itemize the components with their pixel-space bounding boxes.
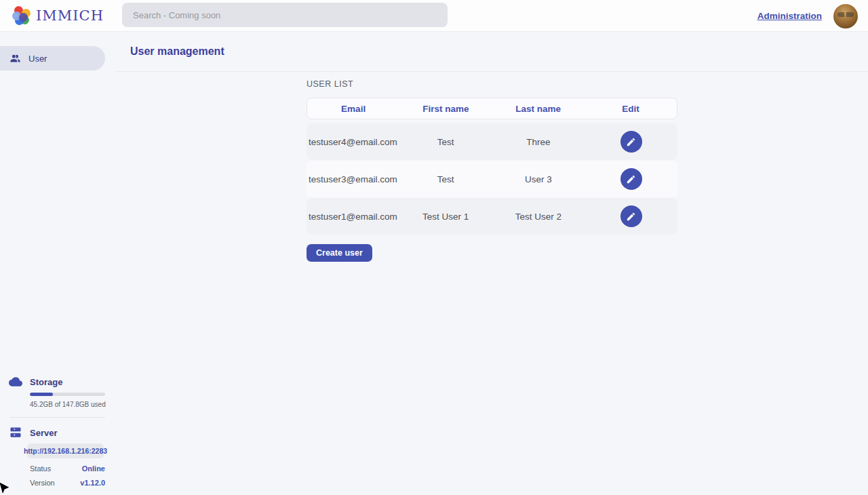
- status-label: Status: [30, 464, 51, 473]
- column-header-last-name: Last name: [492, 104, 585, 114]
- pencil-icon: [626, 212, 636, 222]
- pencil-icon: [626, 174, 636, 184]
- pencil-icon: [626, 137, 636, 147]
- cell-last-name: Three: [492, 137, 585, 147]
- sidebar-divider: [9, 417, 105, 418]
- page-title: User management: [130, 45, 224, 58]
- column-header-first-name: First name: [399, 104, 492, 114]
- version-label: Version: [30, 479, 55, 487]
- users-icon: [9, 53, 21, 64]
- sidebar-status-panel: Storage 45.2GB of 147.8GB used Server ht…: [0, 375, 116, 495]
- table-header-row: Email First name Last name Edit: [307, 98, 677, 119]
- cell-first-name: Test User 1: [399, 212, 492, 222]
- server-status-row: Status Online: [30, 464, 105, 473]
- storage-usage-text: 45.2GB of 147.8GB used: [30, 401, 116, 408]
- storage-widget-header: Storage: [0, 375, 116, 389]
- cell-first-name: Test: [399, 174, 492, 184]
- status-value: Online: [82, 464, 105, 473]
- server-version-row: Version v1.12.0: [30, 479, 105, 487]
- storage-progress-bar: [30, 393, 105, 396]
- avatar[interactable]: [833, 4, 858, 28]
- edit-user-button[interactable]: [620, 205, 642, 227]
- table-row: testuser3@email.com Test User 3: [307, 161, 677, 197]
- server-title: Server: [30, 428, 57, 438]
- cell-first-name: Test: [399, 137, 492, 147]
- server-widget-header: Server: [0, 426, 116, 439]
- cell-email: testuser4@email.com: [307, 137, 399, 147]
- app-shell: User Storage 45.2GB of 147.8GB used Serv…: [0, 32, 868, 495]
- sidebar-item-label: User: [28, 54, 47, 64]
- user-list-section: USER LIST Email First name Last name Edi…: [116, 72, 868, 262]
- table-row: testuser4@email.com Test Three: [307, 123, 677, 160]
- app-brand: IMMICH: [12, 5, 104, 26]
- top-bar: IMMICH Administration: [0, 0, 868, 32]
- main-content: User management USER LIST Email First na…: [116, 32, 868, 495]
- user-table: Email First name Last name Edit testuser…: [307, 98, 677, 235]
- immich-logo-icon: [12, 6, 31, 25]
- edit-user-button[interactable]: [620, 131, 642, 153]
- storage-progress-fill: [30, 393, 53, 396]
- edit-user-button[interactable]: [620, 168, 642, 190]
- app-title: IMMICH: [36, 7, 104, 24]
- topbar-right: Administration: [757, 0, 858, 32]
- server-url-badge: http://192.168.1.216:2283: [27, 443, 104, 458]
- cloud-icon: [9, 375, 22, 389]
- column-header-edit: Edit: [585, 104, 677, 114]
- cell-last-name: Test User 2: [492, 212, 585, 222]
- column-header-email: Email: [307, 104, 399, 114]
- cell-email: testuser1@email.com: [307, 212, 399, 222]
- search-input[interactable]: [122, 3, 448, 27]
- create-user-button[interactable]: Create user: [307, 244, 372, 262]
- sidebar-item-user[interactable]: User: [0, 46, 105, 71]
- version-value: v1.12.0: [80, 479, 105, 487]
- server-icon: [9, 426, 22, 439]
- cell-last-name: User 3: [492, 174, 585, 184]
- page-header: User management: [116, 32, 868, 72]
- admin-sidebar: User Storage 45.2GB of 147.8GB used Serv…: [0, 32, 116, 495]
- administration-link[interactable]: Administration: [757, 11, 822, 21]
- cell-email: testuser3@email.com: [307, 174, 399, 184]
- table-row: testuser1@email.com Test User 1 Test Use…: [307, 198, 677, 235]
- storage-title: Storage: [30, 377, 62, 387]
- section-title: USER LIST: [307, 79, 868, 89]
